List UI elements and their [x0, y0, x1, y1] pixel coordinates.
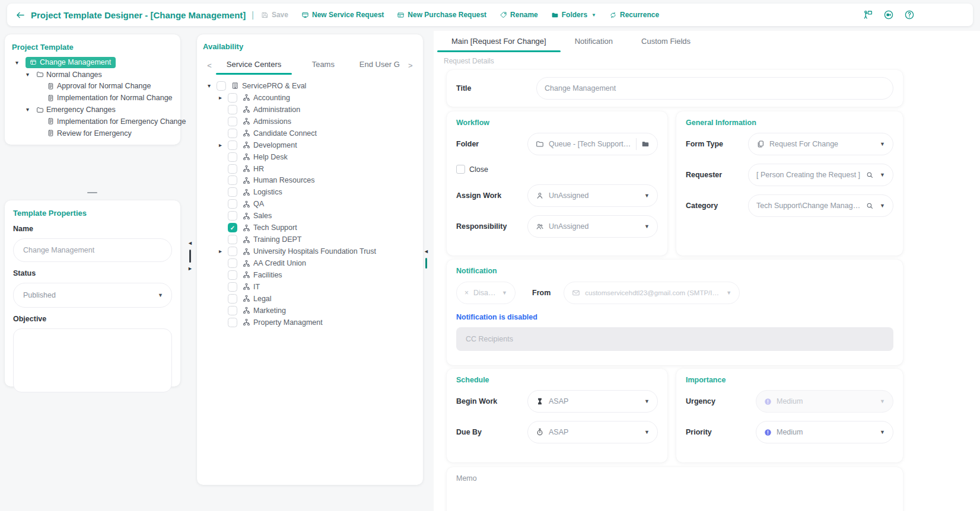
requester-picker[interactable]: [ Person Creating the Request ] ▼	[748, 164, 893, 186]
checkbox[interactable]	[228, 175, 237, 185]
checkbox[interactable]	[228, 187, 237, 197]
search-icon[interactable]	[866, 171, 874, 179]
availability-tree-item[interactable]: ▸Accounting	[203, 92, 417, 104]
tab-teams[interactable]: Teams	[292, 60, 355, 75]
availability-tree-item[interactable]: Training DEPT	[203, 234, 417, 245]
checkbox[interactable]	[228, 294, 237, 304]
project-tree-item[interactable]: ▾Emergency Changes	[12, 104, 173, 116]
checkbox[interactable]	[228, 247, 237, 256]
checkbox[interactable]	[228, 164, 237, 174]
checkbox[interactable]	[228, 117, 237, 126]
folders-dropdown-button[interactable]: Folders ▼	[551, 11, 596, 19]
availability-tree-item[interactable]: Help Desk	[203, 151, 417, 163]
availability-tree-item[interactable]: Human Resources	[203, 175, 417, 187]
expander-icon[interactable]: ▾	[208, 83, 217, 89]
availability-tree-item[interactable]: Candidate Connect	[203, 127, 417, 139]
checkbox[interactable]	[228, 270, 237, 280]
availability-tree-item[interactable]: ▸University Hospitals Foundation Trust	[203, 245, 417, 257]
checkbox[interactable]	[228, 199, 237, 209]
folder-picker[interactable]: Queue - [Tech Support\Change …	[527, 133, 658, 155]
availability-tree-item[interactable]: IT	[203, 281, 417, 293]
rename-button[interactable]: Rename	[499, 11, 538, 19]
save-button[interactable]: Save	[261, 11, 288, 19]
checkbox[interactable]	[228, 282, 237, 292]
video-help-icon[interactable]	[883, 9, 894, 20]
form-type-dropdown[interactable]: Request For Change ▼	[748, 133, 893, 155]
expander-icon[interactable]: ▾	[15, 60, 26, 66]
due-by-dropdown[interactable]: ASAP ▼	[527, 421, 658, 443]
project-tree-item[interactable]: Approval for Normal Change	[12, 81, 173, 92]
urgency-dropdown[interactable]: Medium ▼	[756, 390, 893, 413]
collapse-right-icon[interactable]: ►	[187, 266, 193, 272]
responsibility-dropdown[interactable]: UnAssigned ▼	[527, 215, 658, 238]
checkbox[interactable]	[228, 258, 237, 268]
checkbox[interactable]	[228, 211, 237, 221]
new-purchase-request-button[interactable]: New Purchase Request	[397, 11, 486, 19]
checkbox[interactable]	[228, 306, 237, 315]
availability-tree-item[interactable]: Logistics	[203, 186, 417, 198]
search-icon[interactable]	[866, 202, 874, 210]
from-account-dropdown[interactable]: customservicehdtl23@gmail.com (SMTP/IMAP…	[564, 282, 740, 304]
availability-tree-item[interactable]: QA	[203, 198, 417, 210]
checkbox[interactable]	[228, 235, 237, 244]
project-tree-item[interactable]: ▾Normal Changes	[12, 69, 173, 81]
availability-tree-item[interactable]: Sales	[203, 210, 417, 222]
tab-notification[interactable]: Notification	[561, 37, 627, 52]
checkbox[interactable]	[228, 129, 237, 138]
notification-status-dropdown[interactable]: × Disabled ▼	[456, 282, 516, 304]
begin-work-dropdown[interactable]: ASAP ▼	[527, 390, 658, 413]
title-input[interactable]	[545, 84, 885, 92]
expander-icon[interactable]: ▾	[26, 72, 36, 78]
availability-tree-item[interactable]: AA Credit Union	[203, 257, 417, 269]
tab-custom-fields[interactable]: Custom Fields	[627, 37, 705, 52]
availability-tree-item[interactable]: ▾ServicePRO & Eval	[203, 80, 417, 92]
tab-service-centers[interactable]: Service Centers	[216, 60, 291, 75]
new-service-request-button[interactable]: New Service Request	[301, 11, 384, 19]
availability-tree-item[interactable]: Legal	[203, 293, 417, 305]
availability-tree-item[interactable]: Facilities	[203, 269, 417, 281]
expander-icon[interactable]: ▸	[219, 248, 228, 254]
browse-folder-icon[interactable]	[641, 140, 650, 148]
checkbox[interactable]	[228, 152, 237, 162]
availability-tree-item[interactable]: ▸Development	[203, 139, 417, 151]
expander-icon[interactable]: ▸	[219, 95, 228, 101]
priority-dropdown[interactable]: Medium ▼	[756, 421, 893, 443]
assign-work-dropdown[interactable]: UnAssigned ▼	[527, 184, 658, 207]
project-tree-item[interactable]: Implementation for Normal Change	[12, 92, 173, 104]
availability-tree-item[interactable]: Administration	[203, 104, 417, 116]
splitter-drag-handle[interactable]	[425, 258, 427, 269]
guided-tour-icon[interactable]	[863, 9, 873, 20]
category-picker[interactable]: Tech Support\Change Managem… ▼	[748, 194, 893, 217]
expander-icon[interactable]: ▸	[219, 142, 228, 148]
tab-end-user-groups[interactable]: End User G	[355, 60, 404, 75]
recurrence-button[interactable]: Recurrence	[609, 11, 659, 19]
checkbox[interactable]	[228, 318, 237, 327]
tab-main-request-for-change[interactable]: Main [Request For Change]	[437, 37, 561, 52]
checkbox[interactable]	[217, 81, 226, 91]
project-tree-item[interactable]: Review for Emergency	[12, 127, 173, 139]
collapse-left-icon[interactable]: ◄	[187, 241, 193, 246]
project-tree-item[interactable]: ▾Change Management	[12, 57, 173, 69]
splitter-drag-handle[interactable]	[189, 250, 191, 263]
horizontal-splitter-handle[interactable]	[87, 192, 97, 193]
collapse-left-icon[interactable]: ◄	[424, 249, 429, 254]
availability-tree-item[interactable]: HR	[203, 163, 417, 175]
checkbox-checked[interactable]	[228, 223, 237, 232]
availability-tree-item[interactable]: Property Managment	[203, 317, 417, 328]
availability-tree-item[interactable]: Marketing	[203, 305, 417, 317]
checkbox[interactable]	[228, 140, 237, 150]
help-icon[interactable]	[904, 9, 915, 20]
objective-textarea[interactable]	[13, 328, 172, 392]
project-tree-item[interactable]: Implementation for Emergency Change	[12, 116, 173, 127]
availability-tree-item[interactable]: Tech Support	[203, 222, 417, 234]
expander-icon[interactable]: ▾	[26, 107, 36, 113]
checkbox[interactable]	[228, 93, 237, 103]
status-dropdown[interactable]: Published ▼	[13, 283, 172, 308]
name-input[interactable]	[13, 238, 172, 262]
back-arrow-icon[interactable]	[15, 10, 26, 20]
availability-tree-item[interactable]: Admissions	[203, 116, 417, 127]
checkbox[interactable]	[228, 105, 237, 114]
tabs-scroll-right-icon[interactable]: >	[404, 61, 417, 75]
tabs-scroll-left-icon[interactable]: <	[203, 61, 216, 75]
close-checkbox[interactable]	[456, 165, 465, 174]
